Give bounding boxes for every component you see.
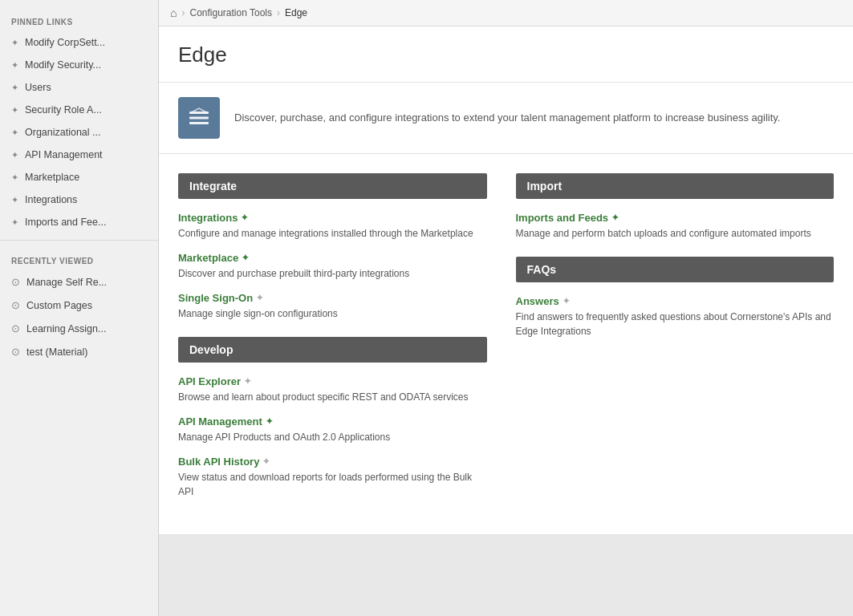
sidebar-item-users[interactable]: ✦ Users bbox=[0, 76, 158, 99]
pin-icon: ✦ bbox=[11, 195, 18, 205]
imports-feeds-link[interactable]: Imports and Feeds ✦ bbox=[516, 212, 835, 224]
breadcrumb-sep-2: › bbox=[277, 7, 280, 18]
breadcrumb-current: Edge bbox=[285, 7, 307, 18]
integrations-pin-icon: ✦ bbox=[241, 213, 248, 223]
sidebar-item-test-material[interactable]: ⊙ test (Material) bbox=[0, 340, 158, 363]
faqs-section: FAQs Answers ✦ Find answers to frequentl… bbox=[516, 257, 835, 338]
answers-title: Answers bbox=[516, 295, 559, 307]
import-header: Import bbox=[516, 173, 835, 199]
sso-link[interactable]: Single Sign-On ✦ bbox=[178, 292, 487, 304]
bulk-api-title: Bulk API History bbox=[178, 456, 259, 468]
recent-icon: ⊙ bbox=[11, 322, 20, 334]
pin-icon: ✦ bbox=[11, 172, 18, 183]
grid-area: Integrate Integrations ✦ Configure and m… bbox=[159, 154, 853, 534]
develop-header: Develop bbox=[178, 337, 487, 363]
integrations-title: Integrations bbox=[178, 212, 238, 224]
pin-icon: ✦ bbox=[11, 105, 18, 116]
sso-item: Single Sign-On ✦ Manage single sign-on c… bbox=[178, 292, 487, 321]
marketplace-title: Marketplace bbox=[178, 252, 238, 264]
sidebar-item-integrations[interactable]: ✦ Integrations bbox=[0, 188, 158, 211]
api-management-desc: Manage API Products and OAuth 2.0 Applic… bbox=[178, 430, 487, 444]
recent-icon: ⊙ bbox=[11, 346, 20, 358]
left-column: Integrate Integrations ✦ Configure and m… bbox=[178, 173, 497, 515]
recent-icon: ⊙ bbox=[11, 276, 20, 288]
pin-icon: ✦ bbox=[11, 150, 18, 160]
home-icon[interactable]: ⌂ bbox=[170, 6, 177, 19]
sso-desc: Manage single sign-on configurations bbox=[178, 306, 487, 321]
imports-feeds-item: Imports and Feeds ✦ Manage and perform b… bbox=[516, 212, 835, 241]
sidebar-item-label: Modify Security... bbox=[25, 59, 101, 71]
marketplace-pin-icon: ✦ bbox=[242, 253, 249, 263]
breadcrumb: ⌂ › Configuration Tools › Edge bbox=[159, 0, 853, 26]
sidebar-item-imports-feeds[interactable]: ✦ Imports and Fee... bbox=[0, 211, 158, 233]
marketplace-desc: Discover and purchase prebuilt third-par… bbox=[178, 266, 487, 281]
answers-link[interactable]: Answers ✦ bbox=[516, 295, 835, 307]
sidebar-item-learning-assign[interactable]: ⊙ Learning Assign... bbox=[0, 317, 158, 340]
sidebar-item-label: Organizational ... bbox=[25, 127, 101, 138]
sidebar-item-label: Users bbox=[25, 82, 51, 93]
faqs-header: FAQs bbox=[516, 257, 835, 282]
breadcrumb-config-tools[interactable]: Configuration Tools bbox=[189, 7, 272, 18]
sidebar-item-custom-pages[interactable]: ⊙ Custom Pages bbox=[0, 294, 158, 317]
sidebar-item-label: Manage Self Re... bbox=[26, 277, 107, 288]
sidebar-item-marketplace[interactable]: ✦ Marketplace bbox=[0, 166, 158, 188]
import-section: Import Imports and Feeds ✦ Manage and pe… bbox=[516, 173, 835, 241]
api-management-title: API Management bbox=[178, 415, 262, 428]
sidebar-item-modify-security[interactable]: ✦ Modify Security... bbox=[0, 54, 158, 76]
banner-description: Discover, purchase, and configure integr… bbox=[234, 110, 780, 126]
answers-item: Answers ✦ Find answers to frequently ask… bbox=[516, 295, 835, 338]
imports-feeds-desc: Manage and perform batch uploads and con… bbox=[516, 226, 835, 241]
bulk-api-desc: View status and download reports for loa… bbox=[178, 470, 487, 499]
pinned-links-label: PINNED LINKS bbox=[0, 8, 158, 31]
pin-icon: ✦ bbox=[11, 217, 18, 228]
sidebar-item-label: Modify CorpSett... bbox=[25, 37, 105, 48]
sidebar-item-label: Learning Assign... bbox=[26, 323, 106, 334]
sidebar-item-label: Imports and Fee... bbox=[25, 217, 106, 228]
imports-feeds-title: Imports and Feeds bbox=[516, 212, 609, 224]
sidebar-item-label: Marketplace bbox=[25, 172, 79, 183]
sidebar-item-security-role[interactable]: ✦ Security Role A... bbox=[0, 99, 158, 121]
api-management-link[interactable]: API Management ✦ bbox=[178, 415, 487, 428]
edge-icon bbox=[178, 97, 220, 139]
api-explorer-desc: Browse and learn about product specific … bbox=[178, 390, 487, 404]
svg-rect-1 bbox=[189, 117, 209, 120]
api-explorer-star-icon: ✦ bbox=[244, 376, 251, 387]
page-header: Edge bbox=[159, 26, 853, 83]
marketplace-link[interactable]: Marketplace ✦ bbox=[178, 252, 487, 264]
content-area: Edge Discover, purchase, and configure i… bbox=[159, 26, 853, 616]
right-column: Import Imports and Feeds ✦ Manage and pe… bbox=[516, 173, 835, 515]
bulk-api-link[interactable]: Bulk API History ✦ bbox=[178, 456, 487, 468]
pin-icon: ✦ bbox=[11, 83, 18, 93]
api-explorer-title: API Explorer bbox=[178, 375, 241, 387]
integrate-section: Integrate Integrations ✦ Configure and m… bbox=[178, 173, 487, 321]
sidebar-item-modify-corp[interactable]: ✦ Modify CorpSett... bbox=[0, 31, 158, 54]
api-management-item: API Management ✦ Manage API Products and… bbox=[178, 415, 487, 444]
main-area: ⌂ › Configuration Tools › Edge Edge Disc… bbox=[159, 0, 853, 616]
sidebar-item-label: test (Material) bbox=[26, 346, 87, 358]
breadcrumb-sep-1: › bbox=[181, 7, 185, 18]
sso-title: Single Sign-On bbox=[178, 292, 253, 304]
integrations-desc: Configure and manage integrations instal… bbox=[178, 226, 487, 241]
svg-rect-2 bbox=[189, 122, 209, 124]
integrate-header: Integrate bbox=[178, 173, 487, 199]
sidebar-item-label: Custom Pages bbox=[26, 300, 92, 311]
api-explorer-item: API Explorer ✦ Browse and learn about pr… bbox=[178, 375, 487, 404]
sidebar-item-organizational[interactable]: ✦ Organizational ... bbox=[0, 121, 158, 144]
bulk-api-item: Bulk API History ✦ View status and downl… bbox=[178, 456, 487, 499]
sidebar-item-manage-self[interactable]: ⊙ Manage Self Re... bbox=[0, 270, 158, 294]
marketplace-item: Marketplace ✦ Discover and purchase preb… bbox=[178, 252, 487, 281]
pin-icon: ✦ bbox=[11, 128, 18, 138]
banner: Discover, purchase, and configure integr… bbox=[159, 83, 853, 154]
sidebar-item-api-management[interactable]: ✦ API Management bbox=[0, 144, 158, 166]
sidebar-item-label: Security Role A... bbox=[25, 104, 102, 116]
recently-viewed-label: RECENTLY VIEWED bbox=[0, 247, 158, 270]
sidebar-item-label: API Management bbox=[25, 149, 103, 160]
integrations-item: Integrations ✦ Configure and manage inte… bbox=[178, 212, 487, 241]
bulk-api-star-icon: ✦ bbox=[262, 456, 270, 467]
develop-section: Develop API Explorer ✦ Browse and learn … bbox=[178, 337, 487, 499]
api-management-pin-icon: ✦ bbox=[266, 416, 273, 427]
api-explorer-link[interactable]: API Explorer ✦ bbox=[178, 375, 487, 387]
answers-star-icon: ✦ bbox=[563, 296, 570, 306]
answers-desc: Find answers to frequently asked questio… bbox=[516, 310, 835, 338]
integrations-link[interactable]: Integrations ✦ bbox=[178, 212, 487, 224]
